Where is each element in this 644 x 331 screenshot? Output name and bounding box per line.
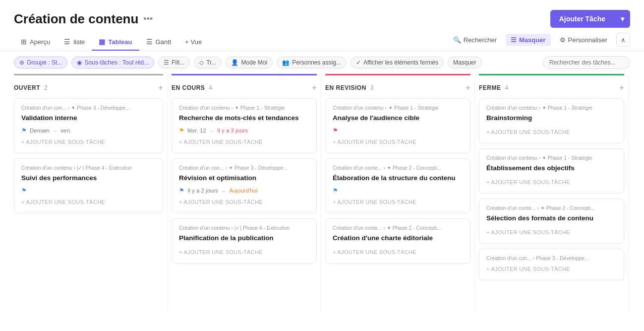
column-add-icon[interactable]: + <box>312 83 317 92</box>
masquer2-label: Masquer <box>453 59 476 66</box>
add-subtask-button[interactable]: + AJOUTER UNE SOUS-TÂCHE <box>179 137 309 147</box>
tab-vue[interactable]: + Vue <box>178 34 209 51</box>
tab-apercu[interactable]: ⊞ Aperçu <box>14 34 57 51</box>
filter-personnes[interactable]: 👥 Personnes assig... <box>277 57 347 68</box>
tab-tableau[interactable]: ▦ Tableau <box>92 34 139 51</box>
column-header-en-revision: EN REVISION 3+ <box>325 74 470 98</box>
card-meta: ⚑Il y a 2 jours–Aujourd'hui <box>179 187 309 194</box>
card-date2: ven. <box>60 128 71 133</box>
task-card[interactable]: Création d'un contenu › |✓| Phase 4 - Ex… <box>14 158 163 213</box>
task-card[interactable]: Création d'un conte... › ✦ Phase 2 - Con… <box>325 158 470 213</box>
filter-masquer[interactable]: Masquer <box>448 57 482 68</box>
filter-sous-taches[interactable]: ◉ Sous-tâches : Tout réd... <box>71 57 154 68</box>
add-subtask-button[interactable]: + AJOUTER UNE SOUS-TÂCHE <box>486 227 617 237</box>
add-subtask-button[interactable]: + AJOUTER UNE SOUS-TÂCHE <box>21 197 156 207</box>
sous-taches-label: Sous-tâches : Tout réd... <box>84 59 149 66</box>
task-card[interactable]: Création d'un contenu › ✦ Phase 1 - Stra… <box>325 98 470 153</box>
add-subtask-button[interactable]: + AJOUTER UNE SOUS-TÂCHE <box>486 127 617 137</box>
nav-bar: ⊞ Aperçu ☰ liste ▦ Tableau ☰ Gantt + Vue… <box>0 28 644 51</box>
task-card[interactable]: Création d'un contenu › ✦ Phase 1 - Stra… <box>172 98 317 153</box>
column-add-icon[interactable]: + <box>466 83 470 92</box>
add-subtask-button[interactable]: + AJOUTER UNE SOUS-TÂCHE <box>333 137 463 147</box>
personnaliser-icon: ⚙ <box>560 36 566 44</box>
filter-filtre[interactable]: ☰ Filt... <box>158 57 190 68</box>
tab-liste-label: liste <box>73 38 85 46</box>
tab-liste[interactable]: ☰ liste <box>57 34 92 51</box>
add-subtask-button[interactable]: + AJOUTER UNE SOUS-TÂCHE <box>486 177 617 187</box>
add-subtask-button[interactable]: + AJOUTER UNE SOUS-TÂCHE <box>21 137 156 147</box>
filter-mode-moi[interactable]: 👤 Mode Moi <box>226 57 273 68</box>
rechercher-button[interactable]: 🔍 Rechercher <box>448 34 502 46</box>
filter-elements-fermes[interactable]: ✓ Afficher les éléments fermés <box>351 57 444 68</box>
card-title: Brainstorming <box>486 114 617 123</box>
card-meta: ⚑févr. 12–Il y a 3 jours <box>179 127 309 134</box>
tableau-icon: ▦ <box>99 38 105 46</box>
task-card[interactable]: Création d'un contenu › |✓| Phase 4 - Ex… <box>172 218 317 264</box>
tab-vue-label: + Vue <box>185 38 202 46</box>
task-card[interactable]: Création d'un con... › ✦ Phase 3 - Dével… <box>14 98 163 153</box>
page-header: Création de contenu ••• Ajouter Tâche ▾ <box>0 0 644 28</box>
card-meta: ⚑ <box>333 127 463 134</box>
card-date: Demain <box>30 128 50 133</box>
add-subtask-button[interactable]: + AJOUTER UNE SOUS-TÂCHE <box>486 264 617 274</box>
personnaliser-button[interactable]: ⚙ Personnaliser <box>555 34 613 46</box>
apercu-icon: ⊞ <box>21 38 27 46</box>
nav-right: 🔍 Rechercher ☰ Masquer ⚙ Personnaliser ∧ <box>448 33 630 51</box>
column-label: OUVERT <box>14 84 40 91</box>
task-card[interactable]: Création d'un contenu › ✦ Phase 1 - Stra… <box>479 98 624 143</box>
card-breadcrumb: Création d'un con... › Phase 3 - Dévelop… <box>486 255 617 261</box>
card-breadcrumb: Création d'un contenu › ✦ Phase 1 - Stra… <box>333 105 463 111</box>
add-task-label: Ajouter Tâche <box>550 10 614 28</box>
search-input[interactable] <box>543 56 630 69</box>
date-sep: – <box>54 128 57 133</box>
add-task-button[interactable]: Ajouter Tâche ▾ <box>550 10 630 28</box>
add-subtask-button[interactable]: + AJOUTER UNE SOUS-TÂCHE <box>179 197 309 207</box>
task-card[interactable]: Création d'un con... › ✦ Phase 3 - Dével… <box>172 158 317 213</box>
masquer-label: Masquer <box>519 36 545 44</box>
elements-label: Afficher les éléments fermés <box>363 59 438 66</box>
add-subtask-button[interactable]: + AJOUTER UNE SOUS-TÂCHE <box>179 247 309 257</box>
card-title: Établissement des objectifs <box>486 164 617 173</box>
card-title: Sélection des formats de contenu <box>486 214 617 223</box>
add-task-caret[interactable]: ▾ <box>615 10 630 28</box>
card-breadcrumb: Création d'un contenu › ✦ Phase 1 - Stra… <box>486 105 617 111</box>
liste-icon: ☰ <box>64 38 70 46</box>
card-meta: ⚑Demain–ven. <box>21 127 156 134</box>
column-count: 4 <box>209 84 212 91</box>
rechercher-icon: 🔍 <box>453 36 461 44</box>
tri-label: Tr... <box>206 59 216 66</box>
filter-bar: ⊛ Groupe : St... ◉ Sous-tâches : Tout ré… <box>0 51 644 74</box>
task-card[interactable]: Création d'un contenu › ✦ Phase 1 - Stra… <box>479 148 624 194</box>
more-options-icon[interactable]: ••• <box>143 14 153 24</box>
personnes-label: Personnes assig... <box>292 59 341 66</box>
collapse-button[interactable]: ∧ <box>616 33 630 47</box>
task-card[interactable]: Création d'un conte... › ✦ Phase 2 - Con… <box>325 218 470 264</box>
card-title: Suivi des performances <box>21 174 156 183</box>
column-add-icon[interactable]: + <box>158 83 163 92</box>
mode-moi-label: Mode Moi <box>241 59 267 66</box>
filter-tri[interactable]: ◇ Tr... <box>194 57 222 68</box>
tab-gantt[interactable]: ☰ Gantt <box>139 34 178 51</box>
column-en-cours: EN COURS 4+ Création d'un contenu › ✦ Ph… <box>168 74 321 313</box>
card-date2: Il y a 3 jours <box>217 128 248 133</box>
task-card[interactable]: Création d'un con... › Phase 3 - Dévelop… <box>479 249 624 280</box>
card-breadcrumb: Création d'un contenu › ✦ Phase 1 - Stra… <box>486 155 617 161</box>
tri-icon: ◇ <box>199 59 204 66</box>
card-title: Recherche de mots-clés et tendances <box>179 114 309 123</box>
rechercher-label: Rechercher <box>464 36 497 44</box>
flag-icon: ⚑ <box>21 127 27 134</box>
card-meta: ⚑ <box>333 187 463 194</box>
flag-icon: ⚑ <box>333 127 338 134</box>
masquer-button[interactable]: ☰ Masquer <box>506 34 550 46</box>
filter-groupe[interactable]: ⊛ Groupe : St... <box>14 57 67 68</box>
groupe-icon: ⊛ <box>19 59 24 66</box>
task-card[interactable]: Création d'un conte... › ✦ Phase 2 - Con… <box>479 199 624 244</box>
column-label: EN COURS <box>172 84 205 91</box>
column-add-icon[interactable]: + <box>619 83 624 92</box>
flag-icon: ⚑ <box>179 127 184 134</box>
add-subtask-button[interactable]: + AJOUTER UNE SOUS-TÂCHE <box>333 247 463 257</box>
tab-tableau-label: Tableau <box>108 38 132 46</box>
collapse-icon: ∧ <box>621 36 626 44</box>
header-left: Création de contenu ••• <box>14 11 153 27</box>
add-subtask-button[interactable]: + AJOUTER UNE SOUS-TÂCHE <box>333 197 463 207</box>
